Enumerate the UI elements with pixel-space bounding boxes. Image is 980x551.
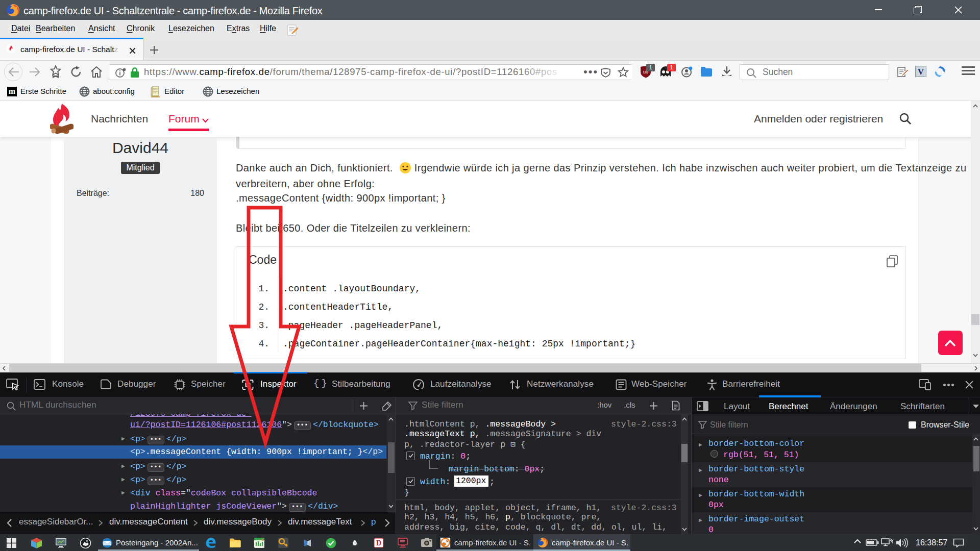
svg-text:D: D: [376, 539, 381, 547]
